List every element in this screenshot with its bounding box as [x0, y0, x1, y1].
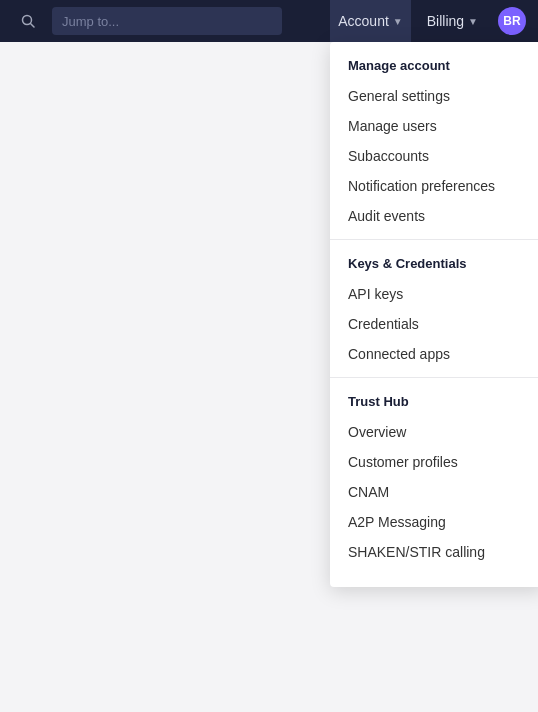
billing-label: Billing	[427, 13, 464, 29]
nav-audit-events[interactable]: Audit events	[330, 201, 538, 231]
nav-connected-apps[interactable]: Connected apps	[330, 339, 538, 369]
search-icon	[12, 7, 44, 35]
dropdown-section-keys-credentials: Keys & Credentials API keys Credentials …	[330, 240, 538, 378]
nav-notification-preferences[interactable]: Notification preferences	[330, 171, 538, 201]
nav-shaken-stir[interactable]: SHAKEN/STIR calling	[330, 537, 538, 567]
nav-general-settings[interactable]: General settings	[330, 81, 538, 111]
nav-cnam[interactable]: CNAM	[330, 477, 538, 507]
nav-credentials[interactable]: Credentials	[330, 309, 538, 339]
nav-overview[interactable]: Overview	[330, 417, 538, 447]
billing-chevron-icon: ▼	[468, 16, 478, 27]
account-label: Account	[338, 13, 389, 29]
account-nav-item[interactable]: Account ▼	[330, 0, 411, 42]
section-title-keys-credentials: Keys & Credentials	[330, 256, 538, 279]
nav-subaccounts[interactable]: Subaccounts	[330, 141, 538, 171]
avatar[interactable]: BR	[498, 7, 526, 35]
account-dropdown: Manage account General settings Manage u…	[330, 42, 538, 587]
dropdown-section-manage-account: Manage account General settings Manage u…	[330, 42, 538, 240]
nav-api-keys[interactable]: API keys	[330, 279, 538, 309]
navbar: Account ▼ Billing ▼ BR	[0, 0, 538, 42]
section-title-manage-account: Manage account	[330, 58, 538, 81]
nav-a2p-messaging[interactable]: A2P Messaging	[330, 507, 538, 537]
nav-customer-profiles[interactable]: Customer profiles	[330, 447, 538, 477]
dropdown-section-trust-hub: Trust Hub Overview Customer profiles CNA…	[330, 378, 538, 579]
section-title-trust-hub: Trust Hub	[330, 394, 538, 417]
account-chevron-icon: ▼	[393, 16, 403, 27]
svg-line-1	[31, 24, 35, 28]
billing-nav-item[interactable]: Billing ▼	[419, 0, 486, 42]
search-input[interactable]	[52, 7, 282, 35]
nav-manage-users[interactable]: Manage users	[330, 111, 538, 141]
